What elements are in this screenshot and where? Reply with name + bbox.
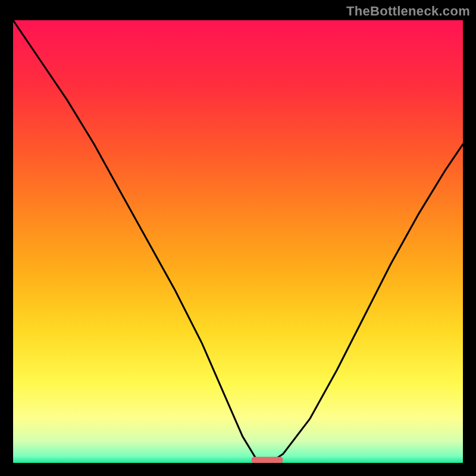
plot-background [13,20,463,463]
chart-frame: TheBottleneck.com [0,0,476,476]
watermark-text: TheBottleneck.com [346,4,470,19]
optimal-marker [252,457,283,463]
plot-area [13,20,463,463]
chart-svg [13,20,463,463]
